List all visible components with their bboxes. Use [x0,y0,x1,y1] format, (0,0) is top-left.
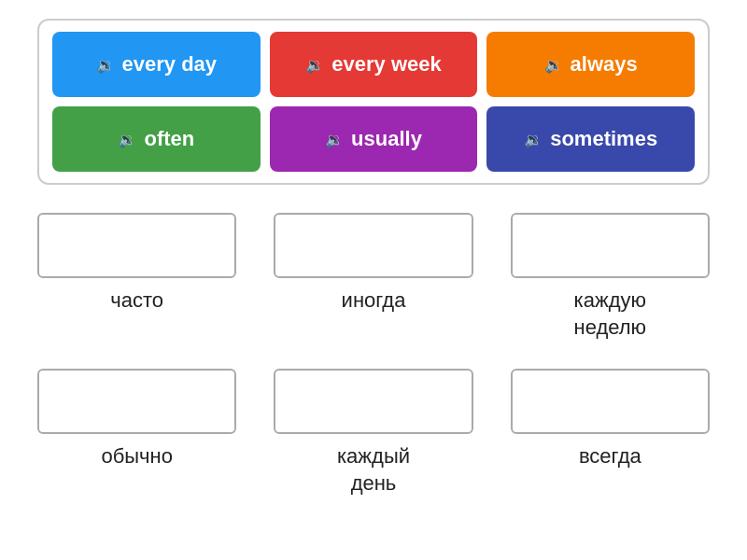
drop-item-drop-kazhduu-nedelyu: каждую неделю [511,213,710,341]
drop-box-drop-kazhdyi-den[interactable] [274,369,472,434]
drop-label-drop-inogda: иногда [342,287,406,315]
word-card-label: sometimes [550,127,657,151]
word-card-every-day[interactable]: 🔉every day [52,32,261,97]
drop-zone-grid: частоиногдакаждую неделюобычнокаждый ден… [37,213,710,497]
word-card-always[interactable]: 🔉always [486,32,695,97]
word-card-label: every day [122,52,218,77]
word-card-usually[interactable]: 🔉usually [270,106,478,172]
speaker-icon: 🔉 [544,56,563,74]
drop-item-drop-kazhdyi-den: каждый день [274,369,472,497]
speaker-icon: 🔉 [524,131,543,148]
drop-box-drop-obychno[interactable] [37,369,236,434]
drop-label-drop-kazhduu-nedelyu: каждую неделю [574,287,647,341]
drop-item-drop-inogda: иногда [274,213,472,341]
word-card-label: always [571,52,638,77]
drop-box-drop-chasto[interactable] [37,213,236,278]
speaker-icon: 🔉 [118,131,136,148]
drop-label-drop-chasto: часто [110,287,163,315]
drop-item-drop-obychno: обычно [37,369,236,497]
drop-label-drop-obychno: обычно [101,443,173,470]
word-card-sometimes[interactable]: 🔉sometimes [486,106,695,172]
drop-box-drop-kazhduu-nedelyu[interactable] [511,213,710,278]
word-card-often[interactable]: 🔉often [52,106,261,172]
word-card-label: usually [351,127,422,151]
word-card-label: every week [331,52,441,77]
drop-item-drop-chasto: часто [37,213,236,341]
drop-label-drop-kazhdyi-den: каждый день [337,443,410,497]
drop-box-drop-inogda[interactable] [274,213,472,278]
drop-box-drop-vsegda[interactable] [511,369,710,434]
drop-label-drop-vsegda: всегда [579,443,641,470]
speaker-icon: 🔉 [305,56,324,74]
word-card-label: often [144,127,194,151]
speaker-icon: 🔉 [96,56,115,74]
word-bank: 🔉every day🔉every week🔉always🔉often🔉usual… [37,19,710,185]
speaker-icon: 🔉 [325,131,344,148]
word-card-every-week[interactable]: 🔉every week [270,32,478,97]
drop-item-drop-vsegda: всегда [511,369,710,497]
